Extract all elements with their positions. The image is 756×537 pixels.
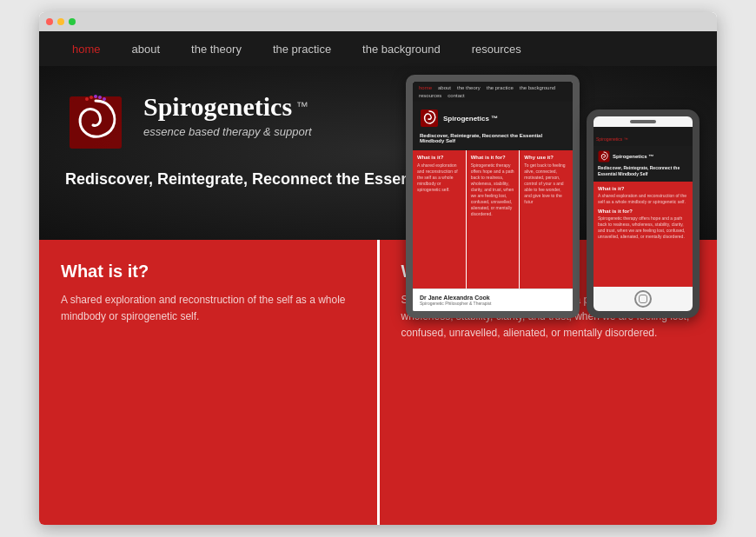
tablet-content: What is it? A shared exploration and rec… [413, 150, 573, 288]
browser-chrome [39, 12, 717, 31]
tablet-tagline: Rediscover, Reintegrate, Reconnect the E… [420, 133, 566, 143]
phone-tagline: Rediscover, Reintegrate, Reconnect the E… [598, 165, 688, 177]
phone-section1-body: A shared exploration and reconstruction … [598, 193, 688, 205]
nav-background[interactable]: the background [347, 43, 456, 56]
tablet-col3-body: To get back to feeling alive, connected,… [524, 162, 568, 205]
close-dot[interactable] [46, 18, 53, 25]
svg-point-2 [90, 96, 93, 99]
phone-hero: Spirogenetics ™ Rediscover, Reintegrate,… [594, 146, 693, 182]
device-mockups: home about the theory the practice the b… [406, 75, 700, 318]
hero-section: Spirogenetics ™ essence based therapy & … [39, 66, 717, 240]
tablet-col3-heading: Why use it? [524, 155, 568, 160]
nav-theory[interactable]: the theory [176, 43, 257, 56]
tablet-nav-resources: resources [416, 92, 444, 99]
doctor-title: Spirogenetic Philosopher & Therapist [420, 301, 566, 306]
tablet-col2-body: Spirogenetic therapy offers hope and a p… [471, 162, 515, 217]
tablet-mockup: home about the theory the practice the b… [406, 75, 580, 318]
phone-nav-label: Spirogenetics ™ [596, 136, 628, 142]
phone-nav: Spirogenetics ™ [594, 127, 693, 146]
phone-section2-heading: What is it for? [598, 209, 688, 214]
svg-point-5 [103, 97, 106, 101]
tablet-logo-text: Spirogenetics ™ [443, 115, 498, 123]
nav-home[interactable]: home [56, 43, 116, 56]
tablet-nav-contact: contact [445, 92, 467, 99]
phone-section2-body: Spirogenetic therapy offers hope and a p… [598, 215, 688, 240]
maximize-dot[interactable] [69, 18, 76, 25]
what-is-it-heading: What is it? [61, 262, 355, 282]
phone-logo-text: Spirogenetics ™ [613, 154, 653, 159]
nav-practice[interactable]: the practice [257, 43, 347, 56]
tablet-doctor: Dr Jane Alexandra Cook Spirogenetic Phil… [413, 288, 573, 311]
browser-window: home about the theory the practice the b… [39, 12, 717, 525]
logo-text-area: Spirogenetics ™ essence based therapy & … [143, 92, 312, 138]
nav-about[interactable]: about [116, 43, 176, 56]
phone-home-button[interactable] [634, 290, 652, 308]
doctor-name: Dr Jane Alexandra Cook [420, 295, 566, 301]
phone-logo-row: Spirogenetics ™ [598, 150, 688, 162]
logo-tm: ™ [296, 99, 308, 113]
tablet-nav-about: about [435, 84, 454, 91]
tablet-logo-row: Spirogenetics ™ [420, 109, 566, 128]
phone-content: What is it? A shared exploration and rec… [594, 182, 693, 287]
phone-speaker [630, 120, 656, 123]
phone-mockup: Spirogenetics ™ Spirogenetics ™ Rediscov… [587, 109, 700, 318]
site-wrapper: home about the theory the practice the b… [39, 31, 717, 525]
minimize-dot[interactable] [57, 18, 64, 25]
tablet-nav: home about the theory the practice the b… [413, 82, 573, 102]
tablet-nav-practice: the practice [484, 84, 516, 91]
tablet-nav-home: home [416, 84, 434, 91]
what-is-it-body: A shared exploration and reconstruction … [61, 292, 355, 325]
svg-point-4 [98, 96, 102, 99]
nav-resources[interactable]: resources [456, 43, 537, 56]
what-is-it-section: What is it? A shared exploration and rec… [39, 240, 380, 525]
svg-point-3 [94, 95, 97, 98]
tablet-col-2: What is it for? Spirogenetic therapy off… [467, 150, 521, 288]
phone-home-inner [639, 295, 647, 303]
logo-spiral-icon [65, 92, 126, 153]
tablet-hero: Spirogenetics ™ Rediscover, Reintegrate,… [413, 102, 573, 150]
tablet-col-3: Why use it? To get back to feeling alive… [520, 150, 573, 288]
tablet-nav-background: the background [517, 84, 558, 91]
svg-point-1 [85, 97, 89, 101]
logo-subtitle: essence based therapy & support [143, 125, 312, 138]
logo-title: Spirogenetics ™ [143, 92, 312, 122]
phone-section1-heading: What is it? [598, 186, 688, 191]
tablet-col1-body: A shared exploration and reconstruction … [417, 162, 461, 193]
tablet-col1-heading: What is it? [417, 155, 461, 160]
tablet-col-1: What is it? A shared exploration and rec… [413, 150, 467, 288]
tablet-col2-heading: What is it for? [471, 155, 515, 160]
main-nav: home about the theory the practice the b… [39, 31, 717, 66]
tablet-nav-theory: the theory [454, 84, 483, 91]
